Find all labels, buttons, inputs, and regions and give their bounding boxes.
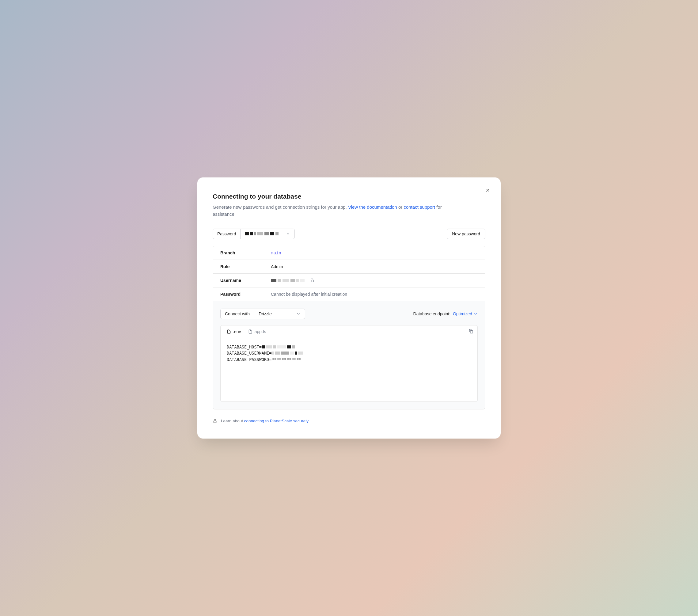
subtitle-text: or <box>397 205 404 210</box>
username-row: Username <box>213 274 485 288</box>
password-label: Password <box>220 292 271 297</box>
env-line-host: DATABASE_HOST= <box>227 344 471 350</box>
endpoint-value-text: Optimized <box>453 311 472 316</box>
branch-label: Branch <box>220 250 271 255</box>
svg-rect-3 <box>470 331 473 333</box>
lock-icon <box>213 419 217 423</box>
modal-title: Connecting to your database <box>213 193 485 200</box>
redacted-host <box>262 345 295 348</box>
env-key: DATABASE_HOST= <box>227 344 262 350</box>
env-key: DATABASE_USERNAME= <box>227 350 271 356</box>
secure-connection-link[interactable]: connecting to PlanetScale securely <box>244 419 309 423</box>
username-label: Username <box>220 278 271 283</box>
copy-username-button[interactable] <box>310 278 315 283</box>
tab-env[interactable]: .env <box>227 325 241 338</box>
file-icon <box>227 330 231 334</box>
close-button[interactable] <box>484 187 491 194</box>
svg-rect-4 <box>213 421 216 423</box>
env-value: ************ <box>271 356 302 363</box>
env-line-password: DATABASE_PASSWORD=************ <box>227 356 471 363</box>
chevron-down-icon <box>296 312 301 316</box>
chevron-down-icon <box>473 312 478 316</box>
code-box: .env app.ts DATABASE_HOST= DATABASE_USER… <box>220 325 478 402</box>
footer-note: Learn about connecting to PlanetScale se… <box>213 419 485 423</box>
toolbar: Password New password <box>213 229 485 239</box>
copy-code-button[interactable] <box>468 328 474 334</box>
redacted-password-name <box>245 232 279 235</box>
endpoint-label: Database endpoint: <box>413 311 450 316</box>
footer-prefix: Learn about <box>221 419 244 423</box>
endpoint-row: Database endpoint: Optimized <box>413 311 478 316</box>
endpoint-selector[interactable]: Optimized <box>453 311 478 316</box>
password-selector: Password <box>213 229 295 239</box>
new-password-button[interactable]: New password <box>447 229 485 239</box>
password-selector-label: Password <box>213 229 240 239</box>
framework-selector[interactable]: Drizzle <box>254 309 305 319</box>
chevron-down-icon <box>286 232 290 236</box>
file-icon <box>248 330 252 334</box>
redacted-username-env <box>271 351 303 354</box>
tab-appts[interactable]: app.ts <box>248 325 266 338</box>
documentation-link[interactable]: View the documentation <box>348 205 397 210</box>
password-selector-value[interactable] <box>240 229 294 239</box>
framework-value: Drizzle <box>259 311 272 316</box>
tab-label: .env <box>233 329 241 334</box>
branch-row: Branch main <box>213 246 485 260</box>
connection-details-table: Branch main Role Admin Username Password… <box>213 246 485 301</box>
footer-text: Learn about connecting to PlanetScale se… <box>221 419 309 423</box>
connect-with-selector: Connect with Drizzle <box>220 309 305 319</box>
connect-with-label: Connect with <box>221 309 254 319</box>
close-icon <box>485 187 491 193</box>
role-label: Role <box>220 264 271 269</box>
connect-header: Connect with Drizzle Database endpoint: … <box>220 309 478 319</box>
password-note: Cannot be displayed after initial creati… <box>271 292 347 297</box>
support-link[interactable]: contact support <box>404 205 435 210</box>
env-key: DATABASE_PASSWORD= <box>227 356 271 363</box>
modal-subtitle: Generate new passwords and get connectio… <box>213 204 452 218</box>
env-line-username: DATABASE_USERNAME= <box>227 350 471 356</box>
connect-panel: Connect with Drizzle Database endpoint: … <box>213 301 485 409</box>
subtitle-text: Generate new passwords and get connectio… <box>213 205 348 210</box>
svg-rect-0 <box>312 280 313 282</box>
code-content: DATABASE_HOST= DATABASE_USERNAME= DATABA… <box>221 338 477 368</box>
redacted-username <box>271 279 305 282</box>
tab-label: app.ts <box>254 329 266 334</box>
file-tabs: .env app.ts <box>221 325 477 338</box>
role-row: Role Admin <box>213 260 485 274</box>
connection-modal: Connecting to your database Generate new… <box>197 178 501 438</box>
branch-value: main <box>271 250 281 255</box>
username-value <box>271 278 315 283</box>
password-row: Password Cannot be displayed after initi… <box>213 288 485 301</box>
role-value: Admin <box>271 264 283 269</box>
